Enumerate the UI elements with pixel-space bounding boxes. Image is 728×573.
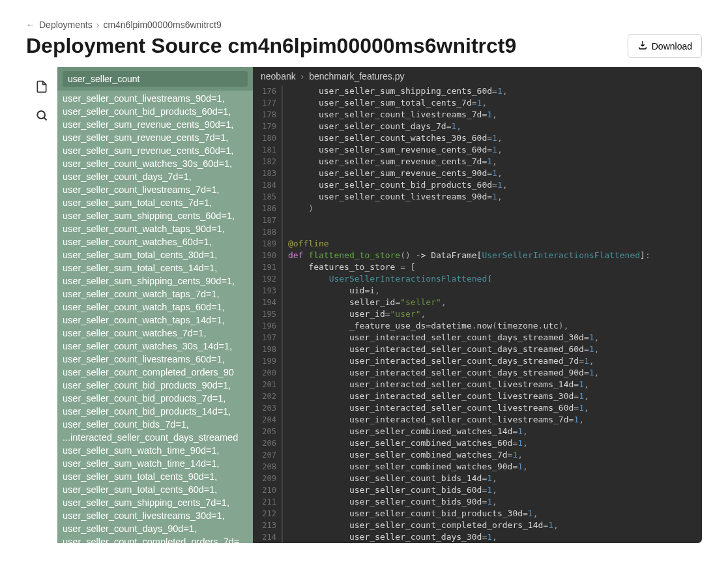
search-result-item[interactable]: user_seller_count_bid_products_60d=1, bbox=[57, 105, 253, 118]
code-line[interactable]: user_seller_count_livestreams_7d=1, bbox=[282, 109, 702, 121]
search-result-item[interactable]: user_seller_sum_revenue_cents_60d=1, bbox=[57, 144, 253, 157]
code-line[interactable]: user_interacted_seller_count_days_stream… bbox=[282, 367, 702, 379]
search-result-item[interactable]: user_seller_count_watch_taps_60d=1, bbox=[57, 301, 253, 314]
code-line[interactable]: user_seller_count_bid_products_30d=1, bbox=[282, 508, 702, 520]
code-line[interactable]: user_seller_sum_revenue_cents_7d=1, bbox=[282, 156, 702, 168]
code-line[interactable]: user_seller_count_days_30d=1, bbox=[282, 531, 702, 543]
search-result-item[interactable]: user_seller_sum_shipping_cents_7d=1, bbox=[57, 496, 253, 509]
code-line[interactable]: user_seller_count_bids_90d=1, bbox=[282, 496, 702, 508]
code-area[interactable]: user_seller_sum_shipping_cents_60d=1, us… bbox=[280, 85, 702, 543]
code-line[interactable]: @offline bbox=[282, 238, 702, 250]
code-line[interactable]: user_interacted_seller_count_livestreams… bbox=[282, 402, 702, 414]
code-line[interactable] bbox=[282, 214, 702, 226]
search-result-item[interactable]: user_seller_count_livestreams_30d=1, bbox=[57, 509, 253, 522]
code-editor: neobank › benchmark_features.py 17617717… bbox=[253, 67, 702, 543]
file-icon[interactable] bbox=[31, 76, 52, 97]
code-line[interactable]: user_interacted_seller_count_days_stream… bbox=[282, 355, 702, 367]
search-result-item[interactable]: user_seller_sum_total_cents_30d=1, bbox=[57, 248, 253, 261]
search-result-item[interactable]: user_seller_sum_total_cents_60d=1, bbox=[57, 483, 253, 496]
search-result-item[interactable]: user_seller_sum_revenue_cents_90d=1, bbox=[57, 118, 253, 131]
workspace: user_seller_count_livestreams_90d=1,user… bbox=[26, 67, 702, 543]
page-title: Deployment Source cm4n6lpim00000ms6wnitr… bbox=[26, 34, 516, 58]
file-breadcrumb: neobank › benchmark_features.py bbox=[253, 67, 702, 85]
code-line[interactable]: features_to_store = [ bbox=[282, 261, 702, 273]
search-result-item[interactable]: user_seller_count_days_7d=1, bbox=[57, 170, 253, 183]
code-line[interactable]: user_seller_count_bid_products_60d=1, bbox=[282, 179, 702, 191]
search-result-item[interactable]: user_seller_count_livestreams_60d=1, bbox=[57, 353, 253, 366]
search-result-item[interactable]: user_seller_sum_total_cents_14d=1, bbox=[57, 261, 253, 274]
search-result-item[interactable]: user_seller_count_bid_products_90d=1, bbox=[57, 379, 253, 392]
back-arrow-icon[interactable]: ← bbox=[26, 20, 35, 30]
code-line[interactable]: user_seller_combined_watches_14d=1, bbox=[282, 426, 702, 437]
svg-point-0 bbox=[37, 111, 45, 119]
download-icon bbox=[637, 40, 648, 52]
search-result-item[interactable]: user_seller_count_bid_products_7d=1, bbox=[57, 392, 253, 405]
code-line[interactable]: user_seller_count_bids_14d=1, bbox=[282, 473, 702, 484]
code-line[interactable]: user_interacted_seller_count_days_stream… bbox=[282, 332, 702, 344]
code-line[interactable]: def flattened_to_store() -> DataFrame[Us… bbox=[282, 250, 702, 261]
search-result-item[interactable]: user_seller_count_livestreams_90d=1, bbox=[57, 92, 253, 105]
code-line[interactable]: user_interacted_seller_count_days_stream… bbox=[282, 344, 702, 355]
search-result-item[interactable]: user_seller_count_watch_taps_14d=1, bbox=[57, 314, 253, 327]
search-result-item[interactable]: user_seller_sum_total_cents_7d=1, bbox=[57, 196, 253, 209]
code-line[interactable]: user_seller_sum_revenue_cents_60d=1, bbox=[282, 144, 702, 156]
breadcrumb-current: cm4n6lpim00000ms6wnitrct9 bbox=[103, 20, 221, 30]
search-result-item[interactable]: user_seller_count_watches_30s_60d=1, bbox=[57, 157, 253, 170]
code-line[interactable]: user_seller_count_completed_orders_14d=1… bbox=[282, 520, 702, 531]
code-line[interactable]: _feature_use_ds=datetime.now(timezone.ut… bbox=[282, 320, 702, 332]
code-line[interactable]: user_interacted_seller_count_livestreams… bbox=[282, 414, 702, 426]
search-input[interactable] bbox=[63, 71, 248, 87]
search-result-item[interactable]: user_seller_count_bid_products_14d=1, bbox=[57, 405, 253, 418]
code-line[interactable]: user_interacted_seller_count_livestreams… bbox=[282, 379, 702, 390]
breadcrumb-back[interactable]: Deployments bbox=[39, 20, 93, 30]
code-line[interactable]: user_seller_sum_revenue_cents_90d=1, bbox=[282, 168, 702, 179]
code-line[interactable]: user_interacted_seller_count_livestreams… bbox=[282, 390, 702, 402]
code-line[interactable]: user_seller_sum_total_cents_7d=1, bbox=[282, 97, 702, 109]
chevron-right-icon: › bbox=[301, 71, 304, 81]
code-line[interactable]: user_seller_count_days_7d=1, bbox=[282, 121, 702, 132]
line-numbers: 1761771781791801811821831841851861871881… bbox=[253, 85, 280, 543]
iconbar bbox=[26, 67, 57, 543]
download-button[interactable]: Download bbox=[628, 34, 702, 58]
search-result-item[interactable]: user_seller_sum_revenue_cents_7d=1, bbox=[57, 131, 253, 144]
search-result-item[interactable]: user_seller_count_watches_60d=1, bbox=[57, 235, 253, 248]
search-result-item[interactable]: user_seller_sum_shipping_cents_60d=1, bbox=[57, 209, 253, 222]
search-result-item[interactable]: user_seller_sum_watch_time_90d=1, bbox=[57, 444, 253, 457]
search-results[interactable]: user_seller_count_livestreams_90d=1,user… bbox=[57, 91, 253, 543]
search-result-item[interactable]: user_seller_sum_watch_time_14d=1, bbox=[57, 457, 253, 470]
search-result-item[interactable]: user_seller_count_bids_7d=1, bbox=[57, 418, 253, 431]
breadcrumb: ← Deployments › cm4n6lpim00000ms6wnitrct… bbox=[26, 20, 702, 30]
download-label: Download bbox=[652, 41, 692, 51]
search-result-item[interactable]: user_seller_count_completed_orders_7d= bbox=[57, 535, 253, 543]
search-result-item[interactable]: user_seller_count_watch_taps_90d=1, bbox=[57, 222, 253, 235]
search-result-item[interactable]: user_seller_count_livestreams_7d=1, bbox=[57, 183, 253, 196]
code-line[interactable]: user_seller_sum_shipping_cents_60d=1, bbox=[282, 85, 702, 97]
chevron-right-icon: › bbox=[96, 20, 100, 30]
search-result-item[interactable]: user_seller_sum_total_cents_90d=1, bbox=[57, 470, 253, 483]
search-result-item[interactable]: user_seller_count_watch_taps_7d=1, bbox=[57, 287, 253, 301]
code-line[interactable]: user_seller_combined_watches_60d=1, bbox=[282, 437, 702, 449]
search-result-item[interactable]: user_seller_count_watches_7d=1, bbox=[57, 327, 253, 340]
search-result-item[interactable]: user_seller_sum_shipping_cents_90d=1, bbox=[57, 274, 253, 287]
code-line[interactable]: user_seller_count_bids_60d=1, bbox=[282, 484, 702, 496]
code-line[interactable]: user_seller_combined_watches_90d=1, bbox=[282, 461, 702, 473]
code-line[interactable]: user_seller_count_livestreams_90d=1, bbox=[282, 191, 702, 203]
code-line[interactable] bbox=[282, 226, 702, 238]
search-sidebar: user_seller_count_livestreams_90d=1,user… bbox=[57, 67, 253, 543]
code-line[interactable]: user_id="user", bbox=[282, 308, 702, 320]
search-icon[interactable] bbox=[31, 105, 52, 126]
code-line[interactable]: UserSellerInteractionsFlattened( bbox=[282, 273, 702, 285]
search-result-item[interactable]: ...interacted_seller_count_days_streamed bbox=[57, 431, 253, 444]
code-line[interactable]: user_seller_count_watches_30s_60d=1, bbox=[282, 132, 702, 144]
code-line[interactable]: uid=i, bbox=[282, 285, 702, 297]
code-line[interactable]: user_seller_combined_watches_7d=1, bbox=[282, 449, 702, 461]
search-result-item[interactable]: user_seller_count_completed_orders_90 bbox=[57, 366, 253, 379]
search-result-item[interactable]: user_seller_count_days_90d=1, bbox=[57, 522, 253, 535]
code-line[interactable]: seller_id="seller", bbox=[282, 297, 702, 308]
search-result-item[interactable]: user_seller_count_watches_30s_14d=1, bbox=[57, 340, 253, 353]
code-line[interactable]: ) bbox=[282, 203, 702, 214]
